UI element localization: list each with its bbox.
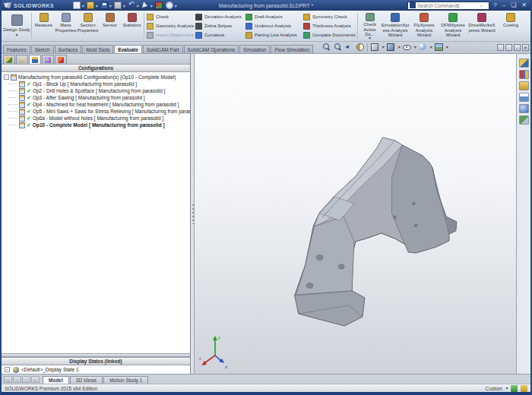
tab-mold-tools[interactable]: Mold Tools	[82, 45, 113, 53]
tab-sketch[interactable]: Sketch	[31, 45, 54, 53]
zoom-area-icon[interactable]	[333, 43, 342, 52]
appearances-scenes-icon[interactable]	[519, 104, 529, 113]
config-tree-item-active[interactable]: ✔ Op10 - Complete Model [ Manufacturing …	[4, 122, 190, 128]
chevron-down-icon[interactable]: ▾	[382, 46, 384, 49]
view-orientation-icon[interactable]	[370, 43, 379, 52]
geometry-analysis-button[interactable]: Geometry Analysis	[147, 22, 192, 30]
propertymanager-tab[interactable]	[16, 55, 28, 64]
hide-show-items-icon[interactable]	[402, 43, 411, 52]
scroll-last-icon[interactable]: »	[31, 376, 40, 383]
featuremanager-tab[interactable]	[3, 55, 15, 64]
check-active-document-button[interactable]: Check Active Do... ▾	[359, 11, 381, 40]
config-root-item[interactable]: − Manufacturing from parasolid Configura…	[4, 74, 190, 81]
graphics-viewport[interactable]: y x z	[195, 54, 516, 374]
tab-solidcam-operations[interactable]: SolidCAM Operations	[184, 45, 239, 53]
simulationxpress-wizard-button[interactable]: SimulationXpress Analysis Wizard	[381, 11, 410, 40]
config-tree-item[interactable]: ✔ Op5 - Mini Saws + Saws for Stress Reli…	[4, 108, 190, 115]
design-library-icon[interactable]	[519, 70, 529, 79]
tab-simulation[interactable]: Simulation	[239, 45, 270, 53]
driveworksxpress-wizard-button[interactable]: DriveWorksXpress Wizard	[467, 11, 496, 40]
symmetry-check-button[interactable]: Symmetry Check	[303, 13, 355, 21]
scroll-right-icon[interactable]: ›	[22, 376, 30, 383]
solidworks-resources-icon[interactable]	[519, 58, 529, 68]
custom-properties-icon[interactable]	[519, 115, 529, 125]
mass-properties-button[interactable]: Mass Properties	[55, 11, 77, 40]
compare-documents-button[interactable]: Compare Documents	[303, 31, 355, 40]
chevron-down-icon[interactable]: ▾	[413, 46, 416, 49]
design-study-button[interactable]: Design Study ▾	[3, 11, 30, 40]
displaymanager-tab[interactable]	[55, 55, 67, 64]
minimize-button[interactable]: –	[501, 2, 507, 9]
chevron-down-icon[interactable]: ▾	[445, 46, 448, 49]
tab-solidcam-part[interactable]: SolidCAM Part	[143, 45, 183, 53]
undercut-analysis-button[interactable]: Undercut Analysis	[245, 22, 300, 30]
config-tree-item[interactable]: ✔ Op3 - After Sawing [ Manufacturing fro…	[4, 94, 190, 101]
deviation-analysis-button[interactable]: Deviation Analysis	[195, 13, 242, 21]
zoom-fit-icon[interactable]	[321, 43, 331, 52]
close-pane-icon[interactable]: ✕	[522, 44, 529, 51]
tab-surfaces[interactable]: Surfaces	[55, 45, 82, 53]
tab-3d-views[interactable]: 3D Views	[70, 376, 103, 384]
floxpress-wizard-button[interactable]: FloXpress Analysis Wizard	[410, 11, 439, 40]
split-pane-icon[interactable]	[505, 44, 512, 51]
chevron-down-icon[interactable]: ▾	[505, 387, 508, 390]
collapse-icon[interactable]: −	[5, 367, 10, 372]
tab-model[interactable]: Model	[43, 376, 69, 384]
check-button[interactable]: Check	[147, 13, 192, 21]
configurations-tree: − Manufacturing from parasolid Configura…	[2, 72, 190, 128]
file-explorer-icon[interactable]	[519, 81, 529, 90]
previous-view-icon[interactable]	[344, 43, 353, 52]
tab-flow-simulation[interactable]: Flow Simulation	[271, 45, 313, 53]
import-diagnostics-button[interactable]: Import Diagnostics	[147, 31, 192, 40]
chevron-down-icon[interactable]: ▾	[429, 46, 432, 49]
costing-button[interactable]: Costing	[496, 11, 525, 40]
config-tree-item[interactable]: ✔ Op4 - Machined for heat treatment [ Ma…	[4, 101, 190, 108]
config-tree-item[interactable]: ✔ Op6a - Model without holes [ Manufactu…	[4, 115, 190, 122]
dfmxpress-wizard-button[interactable]: DFMXpress Analysis Wizard	[439, 11, 467, 40]
tags-icon[interactable]	[511, 385, 518, 392]
draft-analysis-button[interactable]: Draft Analysis	[245, 13, 300, 21]
save-button[interactable]: ▾	[100, 2, 111, 9]
zebra-stripes-button[interactable]: Zebra Stripes	[195, 22, 242, 30]
tab-features[interactable]: Features	[3, 45, 30, 53]
close-button[interactable]: ✕	[520, 2, 528, 9]
new-document-button[interactable]: ▾	[73, 2, 84, 9]
statistics-button[interactable]: Statistics	[121, 11, 143, 40]
3d-model-bracket[interactable]	[195, 54, 516, 374]
config-tree-item[interactable]: ✔ Op2 - Drill Holes & Spotface [ Manufac…	[4, 87, 190, 94]
restore-button[interactable]: ❏	[509, 2, 518, 9]
print-button[interactable]: ▾	[114, 2, 125, 9]
configurationmanager-tab[interactable]	[29, 55, 41, 64]
section-view-icon[interactable]	[356, 43, 365, 52]
section-properties-button[interactable]: Section Properties	[77, 11, 99, 40]
display-state-item[interactable]: − <Default>_Display State 1	[2, 365, 190, 374]
open-button[interactable]: ▾	[87, 2, 97, 9]
tab-motion-study-1[interactable]: Motion Study 1	[103, 376, 148, 384]
tree-guide	[8, 125, 17, 125]
check-group: Check Geometry Analysis Import Diagnosti…	[145, 11, 194, 40]
collapse-icon[interactable]: −	[4, 74, 9, 80]
search-commands-box[interactable]: ▾	[407, 2, 489, 10]
chevron-down-icon[interactable]: ▾	[397, 46, 400, 49]
scroll-first-icon[interactable]: «	[4, 376, 12, 383]
chevron-down-icon[interactable]: ▾	[480, 3, 482, 8]
config-tree-item[interactable]: ✔ Op1 - Block Up [ Manufacturing from pa…	[4, 81, 190, 87]
help-button[interactable]: ?	[492, 2, 498, 9]
undo-button[interactable]: ▾	[128, 2, 138, 9]
parting-line-analysis-button[interactable]: Parting Line Analysis	[245, 31, 300, 40]
display-style-icon[interactable]	[386, 43, 395, 52]
minimize-pane-icon[interactable]: –	[514, 44, 521, 51]
search-input[interactable]	[417, 3, 478, 8]
thickness-analysis-button[interactable]: Thickness Analysis	[303, 22, 355, 30]
measure-button[interactable]: Measure	[33, 11, 55, 40]
scroll-left-icon[interactable]: ‹	[13, 376, 21, 383]
edit-appearance-icon[interactable]	[418, 43, 427, 52]
units-label[interactable]: Custom	[486, 386, 502, 391]
split-pane-icon[interactable]	[497, 44, 504, 51]
curvature-button[interactable]: Curvature	[195, 31, 242, 40]
apply-scene-icon[interactable]	[434, 43, 443, 52]
tab-evaluate[interactable]: Evaluate	[114, 45, 142, 53]
view-palette-icon[interactable]	[519, 93, 529, 102]
dimxpertmanager-tab[interactable]	[42, 55, 54, 64]
sensor-button[interactable]: Sensor	[99, 11, 121, 40]
